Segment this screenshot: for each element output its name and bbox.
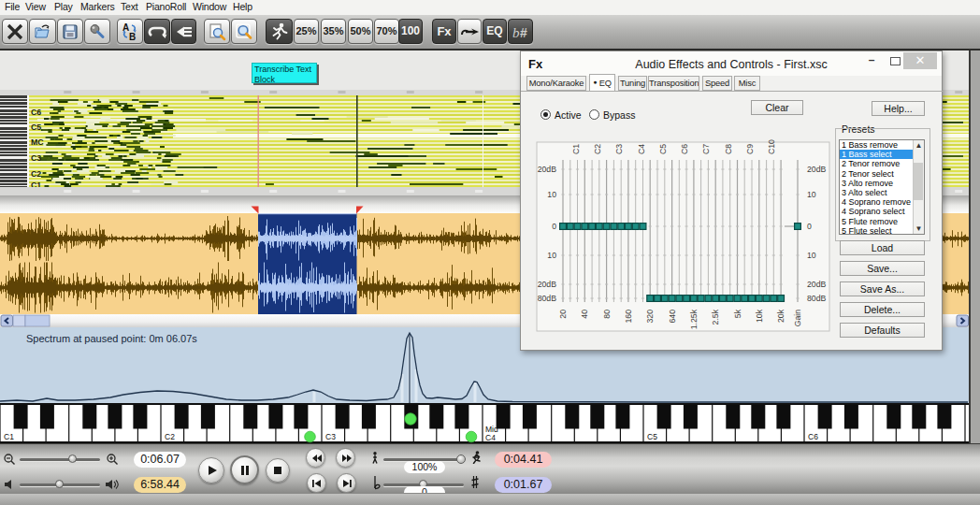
svg-text:2.5k: 2.5k	[711, 309, 720, 325]
svg-text:20k: 20k	[776, 309, 785, 323]
svg-text:C1: C1	[571, 144, 581, 154]
svg-text:b: b	[512, 25, 520, 40]
svg-text:C6: C6	[808, 432, 818, 441]
svg-text:C9: C9	[745, 144, 755, 154]
svg-text:C8: C8	[724, 144, 733, 154]
svg-text:0: 0	[552, 222, 556, 231]
svg-text:C5: C5	[647, 432, 657, 441]
svg-text:0: 0	[807, 222, 812, 231]
svg-text:B: B	[129, 32, 136, 41]
svg-text:5k: 5k	[733, 309, 742, 318]
svg-text:1.25k: 1.25k	[689, 309, 699, 329]
svg-text:C4: C4	[485, 433, 496, 442]
svg-text:10: 10	[547, 190, 556, 199]
svg-text:10k: 10k	[755, 309, 764, 323]
svg-text:640: 640	[668, 310, 677, 324]
svg-text:80dB: 80dB	[807, 294, 826, 303]
svg-text:20: 20	[558, 310, 568, 319]
svg-text:20dB: 20dB	[807, 165, 826, 174]
svg-text:C2: C2	[31, 169, 41, 179]
svg-text:320: 320	[645, 310, 655, 324]
svg-text:10: 10	[547, 251, 556, 260]
svg-text:C5: C5	[658, 144, 668, 154]
svg-text:C2: C2	[593, 144, 602, 154]
svg-text:C2: C2	[165, 432, 175, 441]
svg-text:C6: C6	[31, 108, 41, 117]
svg-text:C3: C3	[614, 144, 624, 154]
svg-text:80: 80	[602, 310, 612, 319]
svg-text:C5: C5	[31, 123, 41, 132]
svg-text:C1: C1	[4, 432, 14, 441]
svg-text:10: 10	[807, 251, 816, 260]
svg-text:#: #	[520, 25, 527, 40]
svg-text:10: 10	[807, 190, 816, 199]
svg-text:40: 40	[580, 310, 589, 319]
svg-text:C10: C10	[767, 139, 776, 154]
svg-text:MC: MC	[31, 137, 44, 147]
svg-text:Gain: Gain	[793, 310, 802, 327]
svg-text:160: 160	[624, 310, 633, 324]
svg-text:20dB: 20dB	[807, 280, 826, 289]
svg-text:80dB: 80dB	[538, 294, 556, 303]
svg-text:C4: C4	[637, 144, 646, 154]
svg-text:C3: C3	[31, 153, 41, 163]
svg-text:C3: C3	[325, 432, 336, 441]
svg-text:20dB: 20dB	[538, 165, 556, 174]
svg-text:C7: C7	[701, 144, 711, 154]
svg-text:C6: C6	[680, 144, 689, 154]
svg-text:Spectrum at paused point: 0m 0: Spectrum at paused point: 0m 06.07s	[26, 333, 197, 344]
svg-text:20dB: 20dB	[538, 280, 556, 289]
